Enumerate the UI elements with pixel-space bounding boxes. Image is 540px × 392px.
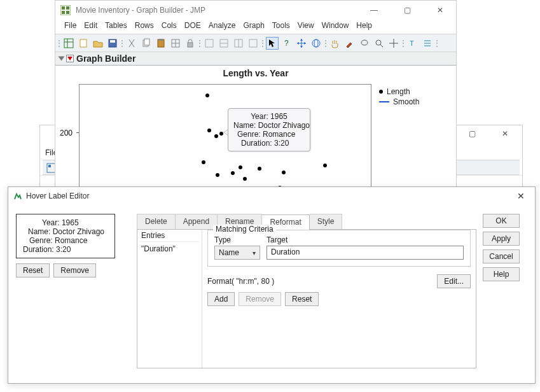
menu-tools[interactable]: Tools bbox=[270, 20, 293, 31]
toolbar-hand-icon[interactable] bbox=[329, 37, 342, 50]
legend-smooth[interactable]: Smooth bbox=[379, 97, 419, 107]
svg-point-28 bbox=[312, 39, 320, 47]
toolbar-copy-icon[interactable] bbox=[140, 37, 153, 50]
toolbar-lasso-icon[interactable] bbox=[358, 37, 371, 50]
data-point[interactable] bbox=[282, 171, 286, 174]
add-button[interactable]: Add bbox=[207, 292, 235, 306]
hle-close-button[interactable]: ✕ bbox=[512, 191, 530, 201]
toolbar-globe-icon[interactable] bbox=[310, 37, 322, 50]
type-value: Name bbox=[219, 248, 239, 257]
legend-dot-icon bbox=[379, 90, 383, 94]
data-point[interactable] bbox=[323, 164, 327, 167]
svg-line-32 bbox=[380, 45, 383, 47]
svg-rect-12 bbox=[110, 40, 115, 43]
entries-list[interactable]: "Duration" bbox=[139, 241, 199, 365]
type-label: Type bbox=[214, 235, 260, 244]
svg-text:T: T bbox=[410, 39, 414, 47]
chart-plot-area[interactable] bbox=[79, 84, 371, 192]
toolbar-brush-icon[interactable] bbox=[343, 37, 356, 50]
toolbar-zoom-icon[interactable] bbox=[373, 37, 385, 50]
toolbar-table1-icon[interactable] bbox=[203, 37, 216, 50]
toolbar-new-icon[interactable] bbox=[77, 37, 90, 50]
menu-tables[interactable]: Tables bbox=[102, 20, 130, 31]
remove-entry-button[interactable]: Remove bbox=[239, 292, 281, 306]
toolbar-open-icon[interactable] bbox=[92, 37, 104, 50]
jmp-app-icon bbox=[60, 5, 71, 15]
toolbar-table3-icon[interactable] bbox=[232, 37, 245, 50]
toolbar-cut-icon[interactable] bbox=[125, 37, 138, 50]
disclosure-icon[interactable] bbox=[59, 57, 65, 61]
data-point[interactable] bbox=[239, 165, 242, 169]
toolbar-list-icon[interactable] bbox=[421, 37, 434, 50]
matching-criteria-fieldset: Matching Criteria Type Name ▾ Target bbox=[207, 230, 471, 267]
preview-reset-button[interactable]: Reset bbox=[16, 263, 50, 277]
tooltip-year: Year: 1965 bbox=[233, 112, 305, 121]
toolbar-paste-icon[interactable] bbox=[155, 37, 167, 50]
data-point[interactable] bbox=[258, 167, 261, 171]
graph-builder-header[interactable]: Graph Builder bbox=[55, 52, 456, 66]
tab-delete[interactable]: Delete bbox=[137, 214, 176, 229]
chevron-down-icon: ▾ bbox=[253, 249, 256, 256]
toolbar-table2-icon[interactable] bbox=[218, 37, 230, 50]
tab-bar: Delete Append Rename Reformat Style bbox=[137, 214, 476, 230]
menu-analyze[interactable]: Analyze bbox=[206, 20, 239, 31]
toolbar-crosshair-icon[interactable] bbox=[387, 37, 400, 50]
toolbar-arrow-icon[interactable] bbox=[266, 37, 279, 50]
svg-rect-4 bbox=[66, 6, 69, 10]
toolbar-table4-icon[interactable] bbox=[247, 37, 260, 50]
data-point[interactable] bbox=[202, 160, 205, 164]
preview-year: Year: 1965 bbox=[23, 218, 108, 227]
data-point[interactable] bbox=[231, 171, 235, 175]
preview-duration: Duration: 3:20 bbox=[23, 245, 108, 254]
menu-help[interactable]: Help bbox=[354, 20, 375, 31]
data-point[interactable] bbox=[207, 129, 211, 132]
edit-format-button[interactable]: Edit... bbox=[437, 274, 471, 288]
toolbar-move-icon[interactable] bbox=[295, 37, 308, 50]
bg-close-button[interactable]: ✕ bbox=[494, 129, 516, 138]
hle-titlebar: Hover Label Editor ✕ bbox=[8, 187, 535, 205]
menu-edit[interactable]: Edit bbox=[81, 20, 100, 31]
preview-remove-button[interactable]: Remove bbox=[53, 263, 96, 277]
toolbar-text-icon[interactable]: T bbox=[406, 37, 419, 50]
type-select[interactable]: Name ▾ bbox=[214, 246, 260, 260]
jmp-window-buttons: — ▢ ✕ bbox=[363, 6, 451, 15]
chart-title: Length vs. Year bbox=[55, 66, 456, 80]
toolbar-lock-icon[interactable] bbox=[184, 37, 197, 50]
legend-length[interactable]: Length bbox=[379, 87, 419, 97]
menu-view[interactable]: View bbox=[295, 20, 317, 31]
toolbar-help-icon[interactable]: ? bbox=[280, 37, 293, 50]
toolbar-sep bbox=[436, 37, 438, 50]
help-button[interactable]: Help bbox=[483, 267, 520, 281]
toolbar-grid-icon[interactable] bbox=[169, 37, 182, 50]
apply-button[interactable]: Apply bbox=[483, 232, 520, 246]
menu-window[interactable]: Window bbox=[319, 20, 352, 31]
svg-rect-6 bbox=[66, 11, 69, 14]
data-point[interactable] bbox=[205, 94, 209, 97]
tab-append[interactable]: Append bbox=[176, 214, 218, 229]
tab-style[interactable]: Style bbox=[310, 214, 343, 229]
menu-doe[interactable]: DOE bbox=[182, 20, 204, 31]
toolbar-datatable-icon[interactable] bbox=[62, 37, 75, 50]
menu-rows[interactable]: Rows bbox=[132, 20, 156, 31]
toolbar-save-icon[interactable] bbox=[106, 37, 119, 50]
svg-rect-21 bbox=[205, 39, 213, 47]
jmp-window-title: Movie Inventory - Graph Builder - JMP bbox=[76, 6, 363, 15]
bg-maximize-button[interactable]: ▢ bbox=[461, 129, 483, 138]
data-point[interactable] bbox=[243, 177, 247, 181]
target-input[interactable]: Duration bbox=[267, 246, 464, 260]
menu-graph[interactable]: Graph bbox=[240, 20, 267, 31]
entry-item[interactable]: "Duration" bbox=[141, 244, 197, 253]
red-triangle-icon[interactable] bbox=[66, 55, 74, 62]
ok-button[interactable]: OK bbox=[483, 214, 520, 228]
target-label: Target bbox=[267, 235, 464, 244]
maximize-button[interactable]: ▢ bbox=[396, 6, 418, 15]
close-button[interactable]: ✕ bbox=[429, 6, 451, 15]
minimize-button[interactable]: — bbox=[363, 6, 385, 15]
menu-file[interactable]: File bbox=[62, 20, 79, 31]
reset-entry-button[interactable]: Reset bbox=[285, 292, 319, 306]
y-tick-200: 200 bbox=[60, 129, 73, 137]
menu-cols[interactable]: Cols bbox=[159, 20, 179, 31]
data-point[interactable] bbox=[216, 173, 219, 177]
data-point[interactable] bbox=[214, 134, 218, 138]
cancel-button[interactable]: Cancel bbox=[483, 249, 520, 263]
